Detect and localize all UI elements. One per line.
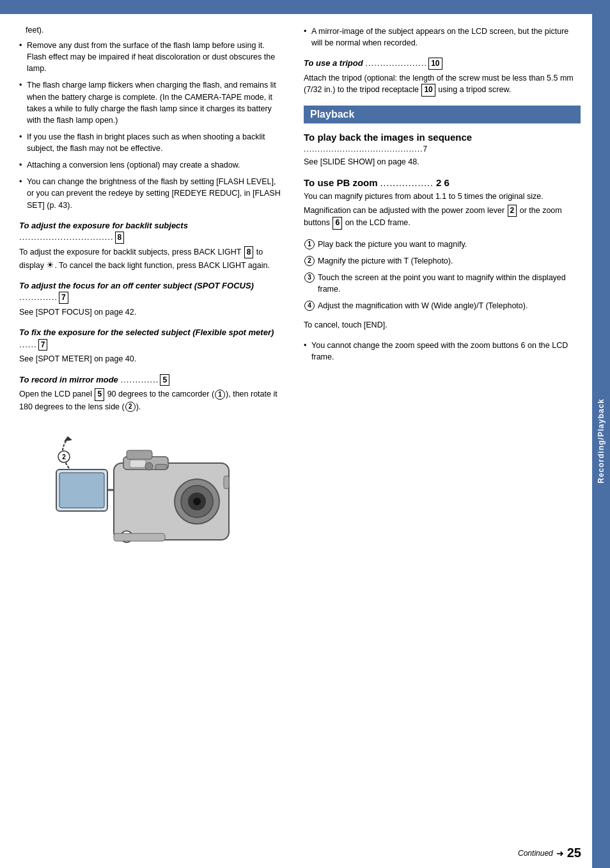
box-num-5: 5 (160, 374, 169, 386)
svg-rect-18 (114, 533, 165, 541)
svg-text:2: 2 (62, 454, 66, 461)
box-num-2: 2 (436, 177, 441, 188)
slideshow-dots: ........................................… (304, 145, 581, 154)
footer: Continued ➜ 25 (518, 846, 581, 860)
camera-image: 2 1 (19, 422, 285, 569)
box-num-7a: 7 (59, 292, 68, 304)
spotmeter-body: See [SPOT METER] on page 40. (19, 353, 285, 365)
step-circle-4: 4 (304, 301, 315, 311)
svg-marker-11 (64, 436, 72, 441)
box-num-6: 6 (444, 177, 450, 188)
pbzoom-heading: To use PB zoom ................. 2 6 (304, 177, 581, 189)
pbzoom-steps: 1 Play back the picture you want to magn… (304, 239, 581, 312)
step-2: 2 Magnify the picture with T (Telephoto)… (304, 255, 581, 267)
zoom-note-list: You cannot change the zoom speed with th… (304, 340, 581, 363)
right-sidebar: Recording/Playback (592, 14, 610, 868)
mirror-heading: To record in mirror mode .............5 (19, 374, 285, 386)
pbzoom-body1: You can magnify pictures from about 1.1 … (304, 191, 581, 202)
box-num-10: 10 (428, 58, 442, 70)
circle-2: 2 (125, 402, 136, 412)
step-circle-2: 2 (304, 256, 315, 266)
svg-rect-6 (127, 450, 152, 459)
svg-rect-17 (155, 464, 167, 470)
spotfocus-body: See [SPOT FOCUS] on page 42. (19, 306, 285, 318)
page-number: 25 (567, 846, 581, 860)
list-item: Attaching a conversion lens (optional) m… (19, 159, 285, 171)
zoom-note-item: You cannot change the zoom speed with th… (304, 340, 581, 363)
playback-heading: Playback (304, 106, 581, 123)
box-num-10b: 10 (421, 84, 435, 96)
bullet-list: Remove any dust from the surface of the … (19, 40, 285, 211)
box-num-6b: 6 (332, 217, 342, 229)
tripod-heading: To use a tripod .....................10 (304, 58, 581, 70)
step-3: 3 Touch the screen at the point you want… (304, 272, 581, 295)
list-item: Remove any dust from the surface of the … (19, 40, 285, 74)
list-item: You can change the brightness of the fla… (19, 176, 285, 210)
box-num-7b: 7 (38, 339, 48, 351)
footer-arrow: ➜ (556, 848, 564, 858)
svg-point-16 (145, 462, 153, 470)
right-column: A mirror-image of the subject appears on… (296, 14, 592, 868)
svg-rect-9 (59, 473, 104, 508)
cancel-text: To cancel, touch [END]. (304, 319, 581, 331)
main-content: feet). Remove any dust from the surface … (0, 14, 592, 868)
list-item: If you use the flash in bright places su… (19, 131, 285, 154)
box-num-2b: 2 (508, 205, 517, 217)
continued-label: Continued (518, 849, 553, 858)
top-bar (0, 0, 610, 14)
feet-text: feet). (19, 26, 285, 35)
box-num-5b: 5 (95, 388, 104, 400)
box-num-8: 8 (115, 232, 125, 244)
box-num-7c: 7 (423, 145, 428, 154)
pbzoom-body2: Magnification can be adjusted with the p… (304, 205, 581, 230)
list-item: The flash charge lamp flickers when char… (19, 79, 285, 126)
spotfocus-heading: To adjust the focus for an off center su… (19, 280, 285, 304)
svg-point-5 (193, 498, 201, 505)
circle-1: 1 (215, 390, 225, 400)
svg-rect-19 (224, 476, 229, 489)
box-num-6c: 6 (521, 341, 526, 350)
step-circle-1: 1 (304, 239, 315, 249)
tripod-body: Attach the tripod (optional: the length … (304, 72, 581, 97)
slideshow-body: See [SLIDE SHOW] on page 48. (304, 156, 581, 168)
backlit-heading: To adjust the exposure for backlit subje… (19, 220, 285, 244)
spotmeter-heading: To fix the exposure for the selected sub… (19, 327, 285, 351)
svg-rect-7 (130, 460, 146, 468)
left-column: feet). Remove any dust from the surface … (0, 14, 296, 868)
sidebar-label: Recording/Playback (597, 398, 606, 484)
mirror-body: Open the LCD panel 5 90 degrees to the c… (19, 388, 285, 413)
mirror-note-item: A mirror-image of the subject appears on… (304, 26, 581, 49)
step-1: 1 Play back the picture you want to magn… (304, 239, 581, 250)
camera-svg: 2 1 (50, 425, 254, 565)
step-4: 4 Adjust the magnification with W (Wide … (304, 300, 581, 312)
box-num-8b: 8 (244, 246, 254, 258)
backlit-body: To adjust the exposure for backlit subje… (19, 246, 285, 272)
mirror-note-list: A mirror-image of the subject appears on… (304, 26, 581, 49)
step-circle-3: 3 (304, 272, 315, 283)
slideshow-heading: To play back the images in sequence (304, 131, 581, 144)
